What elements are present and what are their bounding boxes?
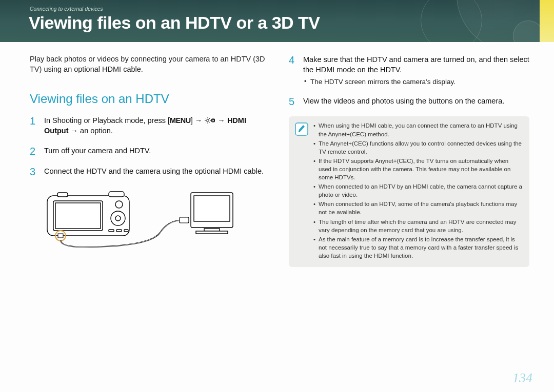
header-accent-bar [540,0,554,42]
right-column: 4 Make sure that the HDTV and camera are… [289,54,529,267]
svg-point-0 [207,119,209,121]
note-item: When connected to an HDTV, some of the c… [313,200,522,216]
page-header: Connecting to external devices Viewing f… [0,0,554,42]
note-box: When using the HDMI cable, you can conne… [289,116,529,267]
note-item: When connected to an HDTV by an HDMI cab… [313,182,522,199]
intro-text: Play back photos or videos by connecting… [30,54,270,74]
note-item: When using the HDMI cable, you can conne… [313,121,522,138]
svg-rect-10 [116,230,122,232]
camera-hdtv-illustration [42,187,237,250]
step-number: 2 [30,146,38,157]
step-number: 4 [289,54,297,87]
step-2: 2 Turn off your camera and HDTV. [30,146,270,157]
note-item: As the main feature of a memory card is … [313,235,522,260]
step4-text: Make sure that the HDTV and camera are t… [303,55,529,74]
step1-mid: ] → [191,116,205,125]
step-number: 5 [289,96,297,107]
svg-rect-11 [124,230,128,232]
svg-rect-20 [196,231,228,234]
step-text: In Shooting or Playback mode, press [MEN… [44,115,270,136]
step-4: 4 Make sure that the HDTV and camera are… [289,54,529,87]
note-list: When using the HDMI cable, you can conne… [313,121,522,261]
section-title: Viewing files on an HDTV [30,92,270,106]
step-text: Turn off your camera and HDTV. [44,146,151,157]
step-text: View the videos and photos using the but… [303,96,504,107]
svg-rect-12 [57,193,68,197]
left-column: Play back photos or videos by connecting… [30,54,270,267]
step4-sub-bullet: The HDTV screen mirrors the camera's dis… [303,77,529,87]
svg-rect-5 [55,203,101,229]
step1-pre: In Shooting or Playback mode, press [ [44,116,170,125]
svg-rect-19 [204,229,220,231]
svg-rect-16 [180,217,189,223]
step1-end: → an option. [69,127,113,135]
svg-point-8 [115,216,121,221]
breadcrumb: Connecting to external devices [0,0,554,12]
settings-gear-icon [204,117,215,124]
step-text: Make sure that the HDTV and camera are t… [303,54,529,87]
svg-rect-15 [58,234,63,238]
step-number: 1 [30,115,38,136]
svg-rect-18 [194,196,230,221]
step1-after-icon: → [215,116,227,125]
note-item: The Anynet+(CEC) functions allow you to … [313,139,522,156]
content-area: Play back photos or videos by connecting… [0,42,554,267]
svg-rect-9 [109,230,114,232]
pen-note-icon [295,122,308,261]
menu-button-label: MENU [170,116,191,125]
svg-rect-2 [212,119,214,121]
svg-rect-13 [109,192,124,197]
svg-point-6 [115,201,123,208]
step-5: 5 View the videos and photos using the b… [289,96,529,107]
step-1: 1 In Shooting or Playback mode, press [M… [30,115,270,136]
page-title: Viewing files on an HDTV or a 3D TV [0,12,554,33]
note-item: The length of time after which the camer… [313,218,522,234]
note-item: If the HDTV supports Anynet+(CEC), the T… [313,157,522,181]
step-text: Connect the HDTV and the camera using th… [44,166,264,177]
step-3: 3 Connect the HDTV and the camera using … [30,166,270,177]
page-number: 134 [512,370,532,386]
step-number: 3 [30,166,38,177]
